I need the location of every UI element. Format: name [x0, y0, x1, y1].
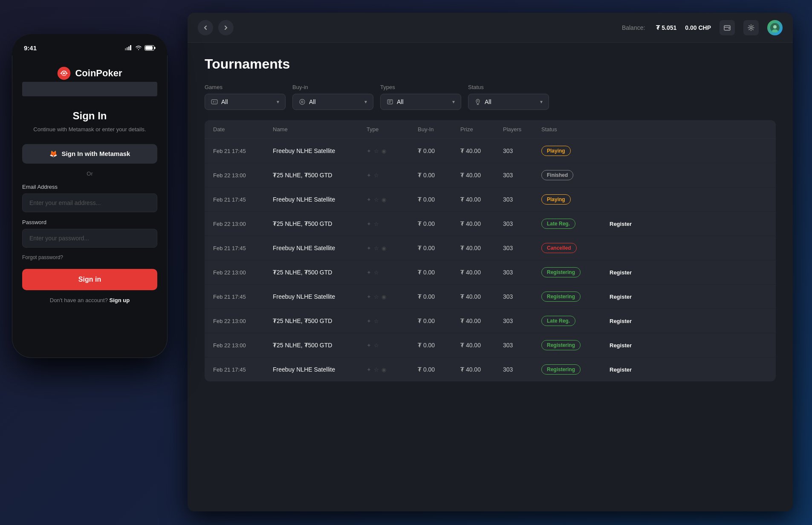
status-badge: Registering — [541, 291, 581, 302]
cell-name: ₮25 NLHE, ₮500 GTD — [273, 317, 367, 324]
table-row[interactable]: Feb 21 17:45 Freebuy NLHE Satellite ✦☆◉ … — [205, 236, 776, 260]
cell-players: 303 — [503, 220, 541, 227]
password-input[interactable] — [22, 229, 157, 248]
cell-prize: ₮ 40.00 — [460, 269, 503, 276]
table-row[interactable]: Feb 22 13:00 ₮25 NLHE, ₮500 GTD ✦☆ ₮ 0.0… — [205, 163, 776, 188]
status-filter-label: Status — [468, 84, 549, 90]
register-button[interactable]: Register — [610, 318, 632, 324]
register-button[interactable]: Register — [610, 221, 632, 227]
type-icon-1: ☆ — [374, 196, 379, 203]
status-filter-group: Status All ▾ — [468, 84, 549, 110]
status-filter-select[interactable]: All ▾ — [468, 94, 549, 110]
cell-action[interactable]: Register — [610, 293, 661, 300]
cell-type-icons: ✦☆ — [367, 342, 418, 349]
type-icon-1: ☆ — [374, 294, 379, 300]
status-badge: Late Reg. — [541, 316, 575, 326]
types-filter-select[interactable]: All ▾ — [380, 94, 461, 110]
status-badge: Playing — [541, 146, 571, 156]
status-badge: Finished — [541, 170, 573, 180]
balance-label: Balance: — [622, 24, 645, 31]
table-row[interactable]: Feb 21 17:45 Freebuy NLHE Satellite ✦☆◉ … — [205, 139, 776, 163]
cell-prize: ₮ 40.00 — [460, 172, 503, 179]
forgot-password-link[interactable]: Forgot password? — [22, 254, 157, 260]
cell-name: ₮25 NLHE, ₮500 GTD — [273, 220, 367, 227]
register-button[interactable]: Register — [610, 342, 632, 349]
signup-link[interactable]: Sign up — [110, 297, 130, 303]
metamask-icon: 🦊 — [49, 150, 58, 158]
cell-name: ₮25 NLHE, ₮500 GTD — [273, 342, 367, 349]
type-icon-0: ✦ — [367, 196, 371, 203]
cell-buyin: ₮ 0.00 — [418, 172, 460, 179]
register-button[interactable]: Register — [610, 366, 632, 373]
register-button[interactable]: Register — [610, 294, 632, 300]
table-row[interactable]: Feb 22 13:00 ₮25 NLHE, ₮500 GTD ✦☆ ₮ 0.0… — [205, 212, 776, 236]
cell-action[interactable]: Register — [610, 366, 661, 373]
table-row[interactable]: Feb 22 13:00 ₮25 NLHE, ₮500 GTD ✦☆ ₮ 0.0… — [205, 260, 776, 285]
th-players: Players — [503, 126, 541, 133]
svg-rect-10 — [387, 100, 393, 104]
cell-buyin: ₮ 0.00 — [418, 366, 460, 373]
battery-icon — [144, 45, 156, 51]
games-filter-select[interactable]: All ▾ — [205, 94, 286, 110]
cell-players: 303 — [503, 293, 541, 300]
table-row[interactable]: Feb 22 13:00 ₮25 NLHE, ₮500 GTD ✦☆ ₮ 0.0… — [205, 309, 776, 333]
type-icon-1: ☆ — [374, 148, 379, 154]
cell-action[interactable]: Register — [610, 269, 661, 276]
cell-status: Playing — [541, 194, 610, 205]
forward-button[interactable] — [218, 20, 234, 35]
svg-point-9 — [300, 99, 305, 104]
cell-status: Registering — [541, 291, 610, 302]
cell-prize: ₮ 40.00 — [460, 196, 503, 203]
metamask-signin-button[interactable]: 🦊 Sign In with Metamask — [22, 144, 157, 164]
cell-date: Feb 21 17:45 — [213, 366, 273, 373]
cell-action[interactable]: Register — [610, 342, 661, 349]
type-icon-1: ☆ — [374, 366, 379, 373]
status-badge: Late Reg. — [541, 219, 575, 229]
cell-status: Registering — [541, 267, 610, 277]
buyin-filter-select[interactable]: All ▾ — [292, 94, 373, 110]
cell-prize: ₮ 40.00 — [460, 317, 503, 324]
th-action — [610, 126, 661, 133]
buyin-filter-value: All — [309, 98, 316, 105]
main-content: Tournaments Games All ▾ — [188, 43, 793, 511]
cell-date: Feb 22 13:00 — [213, 221, 273, 227]
password-label: Password — [22, 219, 157, 225]
desktop-window: Balance: ₮ 5.051 0.00 CHP — [188, 13, 793, 511]
table-row[interactable]: Feb 22 13:00 ₮25 NLHE, ₮500 GTD ✦☆ ₮ 0.0… — [205, 333, 776, 358]
avatar[interactable] — [767, 20, 783, 35]
status-badge: Registering — [541, 267, 581, 277]
table-row[interactable]: Feb 21 17:45 Freebuy NLHE Satellite ✦☆◉ … — [205, 358, 776, 381]
table-row[interactable]: Feb 21 17:45 Freebuy NLHE Satellite ✦☆◉ … — [205, 285, 776, 309]
settings-button[interactable] — [743, 20, 759, 35]
cell-type-icons: ✦☆◉ — [367, 148, 418, 154]
svg-rect-13 — [127, 47, 128, 50]
type-icon-0: ✦ — [367, 245, 371, 251]
back-button[interactable] — [198, 20, 213, 35]
email-input[interactable] — [22, 193, 157, 212]
cell-action[interactable]: Register — [610, 317, 661, 324]
signin-title: Sign In — [73, 110, 107, 122]
cell-name: ₮25 NLHE, ₮500 GTD — [273, 172, 367, 179]
th-prize: Prize — [460, 126, 503, 133]
cell-action[interactable]: Register — [610, 220, 661, 227]
register-button[interactable]: Register — [610, 269, 632, 276]
cell-date: Feb 21 17:45 — [213, 245, 273, 251]
table-row[interactable]: Feb 21 17:45 Freebuy NLHE Satellite ✦☆◉ … — [205, 188, 776, 212]
signin-button[interactable]: Sign in — [22, 269, 157, 290]
topbar-left — [198, 20, 234, 35]
cell-name: Freebuy NLHE Satellite — [273, 147, 367, 154]
cell-prize: ₮ 40.00 — [460, 220, 503, 227]
buyin-filter-group: Buy-in All ▾ — [292, 84, 373, 110]
cell-date: Feb 22 13:00 — [213, 269, 273, 276]
wallet-button[interactable] — [720, 20, 735, 35]
type-icon-1: ☆ — [374, 245, 379, 251]
cell-buyin: ₮ 0.00 — [418, 245, 460, 251]
cell-date: Feb 22 13:00 — [213, 172, 273, 179]
cell-date: Feb 22 13:00 — [213, 342, 273, 349]
cell-name: Freebuy NLHE Satellite — [273, 293, 367, 300]
cell-type-icons: ✦☆ — [367, 269, 418, 276]
mobile-logo: CoinPoker — [57, 66, 122, 80]
coinpoker-logo-icon — [57, 66, 71, 80]
buyin-filter-icon — [299, 98, 306, 105]
th-date: Date — [213, 126, 273, 133]
